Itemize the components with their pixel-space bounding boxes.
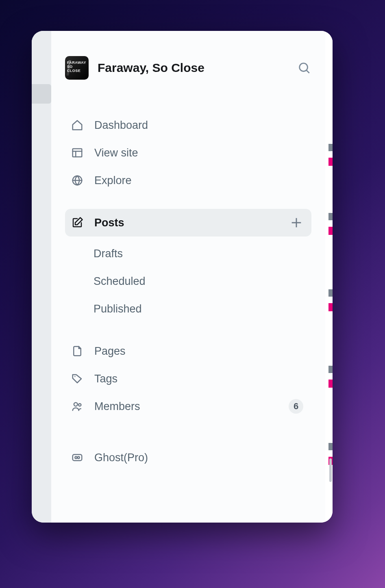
edit-icon [70, 215, 85, 230]
layout-icon [70, 145, 85, 160]
nav-ghost-pro-label: Ghost(Pro) [94, 451, 303, 464]
members-icon [70, 399, 85, 414]
site-title[interactable]: Faraway, So Close [98, 61, 288, 75]
nav-dashboard-label: Dashboard [94, 119, 303, 132]
globe-icon [70, 173, 85, 188]
nav-published[interactable]: Published [65, 295, 311, 323]
svg-point-0 [300, 63, 308, 72]
site-icon[interactable]: FARAWAY SO CLOSE [65, 56, 89, 80]
nav-explore[interactable]: Explore [65, 167, 311, 194]
sidebar-header: FARAWAY SO CLOSE Faraway, So Close [65, 56, 311, 80]
nav-primary: Dashboard View site Explore [65, 111, 311, 194]
svg-point-14 [78, 457, 80, 459]
plus-icon [289, 216, 303, 230]
card-icon [70, 450, 85, 465]
content-peek [325, 31, 333, 523]
nav-members[interactable]: Members 6 [65, 393, 311, 420]
svg-point-13 [75, 457, 77, 459]
nav-content: Posts [65, 209, 311, 237]
search-icon [297, 61, 311, 75]
nav-members-label: Members [94, 400, 279, 413]
pages-icon [70, 344, 85, 358]
nav-published-label: Published [94, 303, 142, 315]
nav-tags-label: Tags [94, 373, 303, 385]
svg-point-10 [74, 403, 78, 406]
svg-rect-2 [73, 149, 82, 157]
nav-footer: Ghost(Pro) [65, 444, 311, 471]
admin-window: FARAWAY SO CLOSE Faraway, So Close Dashb… [32, 31, 333, 523]
nav-posts-sub: Drafts Scheduled Published [65, 240, 311, 323]
nav-scheduled[interactable]: Scheduled [65, 267, 311, 295]
site-icon-text: FARAWAY SO CLOSE [67, 61, 86, 73]
nav-view-site[interactable]: View site [65, 139, 311, 167]
nav-explore-label: Explore [94, 174, 303, 187]
members-count-badge: 6 [289, 399, 303, 414]
gutter-tab[interactable] [32, 84, 51, 104]
left-gutter [32, 31, 51, 523]
scrollbar-thumb[interactable] [329, 458, 332, 482]
nav-pages-label: Pages [94, 345, 303, 358]
svg-line-1 [307, 70, 309, 73]
nav-view-site-label: View site [94, 147, 303, 159]
nav-posts-label: Posts [94, 217, 280, 229]
nav-secondary: Pages Tags Members 6 [65, 337, 311, 420]
svg-point-11 [78, 404, 81, 406]
search-button[interactable] [297, 61, 311, 75]
nav-ghost-pro[interactable]: Ghost(Pro) [65, 444, 311, 471]
nav-dashboard[interactable]: Dashboard [65, 111, 311, 139]
nav-pages[interactable]: Pages [65, 337, 311, 365]
new-post-button[interactable] [289, 216, 303, 230]
nav-drafts[interactable]: Drafts [65, 240, 311, 267]
nav-scheduled-label: Scheduled [94, 275, 146, 288]
svg-point-9 [74, 376, 76, 377]
nav-drafts-label: Drafts [94, 247, 123, 260]
nav-posts[interactable]: Posts [65, 209, 311, 237]
nav-tags[interactable]: Tags [65, 365, 311, 393]
tag-icon [70, 371, 85, 386]
home-icon [70, 118, 85, 132]
sidebar: FARAWAY SO CLOSE Faraway, So Close Dashb… [51, 31, 325, 523]
